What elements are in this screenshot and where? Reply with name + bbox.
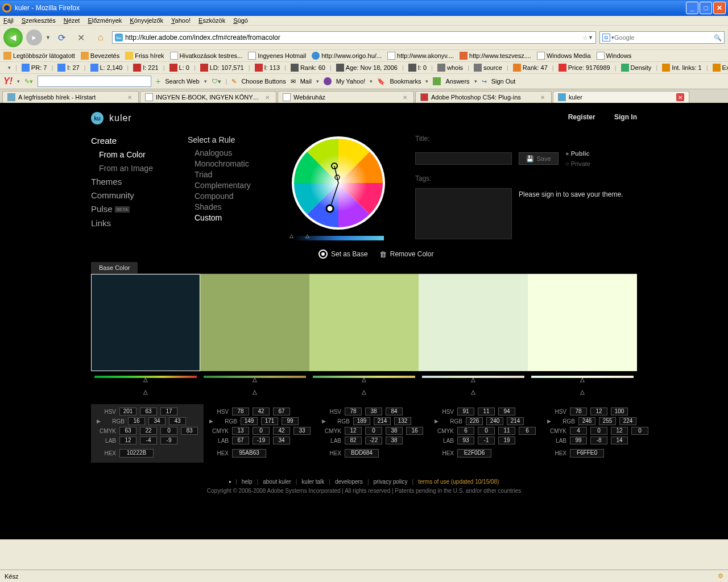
value-box[interactable]: 34: [273, 436, 290, 444]
footer-link[interactable]: about kuler: [263, 479, 291, 485]
search-input[interactable]: [614, 34, 714, 41]
color-swatch[interactable]: [309, 274, 419, 371]
reload-button[interactable]: ⟳: [54, 30, 70, 45]
seo-item[interactable]: I: 0: [408, 64, 427, 72]
maximize-button[interactable]: □: [700, 2, 712, 14]
color-wheel[interactable]: [290, 135, 387, 231]
value-box[interactable]: -9: [160, 436, 177, 444]
color-swatch[interactable]: [200, 274, 309, 371]
value-box[interactable]: 94: [498, 408, 515, 415]
rule-item[interactable]: Shades: [188, 202, 273, 213]
rule-item[interactable]: Complementary: [188, 180, 273, 191]
value-box[interactable]: 38: [386, 427, 403, 435]
value-box[interactable]: 22: [140, 427, 157, 435]
slider-marker[interactable]: △: [305, 233, 309, 239]
rule-item[interactable]: Monochromatic: [188, 159, 273, 169]
seo-item[interactable]: I: 113: [255, 64, 280, 72]
set-as-base-button[interactable]: Set as Base: [318, 250, 368, 259]
value-box[interactable]: 0: [631, 427, 648, 435]
footer-link[interactable]: help: [242, 479, 253, 485]
value-box[interactable]: 0: [590, 427, 607, 435]
mail-icon[interactable]: ✉: [291, 78, 296, 85]
tab-close-icon[interactable]: ✕: [263, 93, 271, 101]
saturation-slider[interactable]: △: [419, 387, 528, 396]
yahoo-my[interactable]: My Yahoo!: [336, 78, 366, 85]
value-box[interactable]: 12: [590, 408, 607, 415]
private-radio[interactable]: ○ Private: [565, 159, 590, 169]
bookmark-item[interactable]: Windows: [597, 52, 632, 60]
value-box[interactable]: 63: [140, 408, 157, 415]
rule-item[interactable]: Triad: [188, 169, 273, 180]
value-box[interactable]: 201: [119, 408, 136, 415]
tab-close-icon[interactable]: ✕: [126, 93, 134, 101]
kuler-logo[interactable]: ku: [91, 112, 104, 124]
hex-box[interactable]: F6FFE0: [570, 449, 604, 458]
bookmark-item[interactable]: http://www.origo.hu/...: [312, 52, 382, 60]
seo-item[interactable]: L: 0: [169, 64, 189, 72]
title-input[interactable]: [415, 152, 512, 165]
value-box[interactable]: 42: [253, 408, 270, 415]
value-box[interactable]: 67: [273, 408, 290, 415]
seo-item[interactable]: Density: [621, 64, 652, 72]
value-box[interactable]: 78: [570, 408, 587, 415]
value-box[interactable]: 240: [486, 417, 503, 425]
nav-item[interactable]: Create: [91, 135, 188, 147]
browser-tab[interactable]: Adobe Photoshop CS4: Plug-ins✕: [415, 91, 552, 103]
close-button[interactable]: ✕: [713, 2, 726, 14]
color-swatch[interactable]: [91, 274, 200, 371]
value-box[interactable]: 14: [611, 436, 628, 444]
signout-icon[interactable]: ↪: [482, 78, 487, 85]
saturation-slider[interactable]: △: [528, 387, 637, 396]
value-box[interactable]: 91: [457, 408, 474, 415]
forward-button[interactable]: ►: [26, 30, 42, 45]
hex-box[interactable]: BDD684: [345, 449, 379, 458]
color-swatch[interactable]: [419, 274, 528, 371]
seo-item[interactable]: I: 221: [133, 64, 159, 72]
value-box[interactable]: 171: [261, 417, 278, 425]
yahoo-search-input[interactable]: [38, 76, 151, 87]
bookmark-star-icon[interactable]: ☆: [582, 34, 588, 41]
value-box[interactable]: -22: [365, 436, 382, 444]
yahoo-answers[interactable]: Answers: [445, 78, 469, 85]
bookmark-item[interactable]: Hivatkozások testres...: [170, 52, 243, 60]
save-button[interactable]: 💾 Save: [519, 152, 559, 165]
bookmark-item[interactable]: Legtöbbször látogatott: [3, 52, 75, 60]
back-button[interactable]: ◄: [3, 28, 23, 47]
value-box[interactable]: -1: [478, 436, 495, 444]
yahoo-mail[interactable]: Mail: [300, 78, 312, 85]
hex-box[interactable]: E2F0D6: [457, 449, 491, 458]
value-box[interactable]: 63: [119, 427, 136, 435]
url-dropdown-icon[interactable]: ▼: [588, 35, 593, 40]
menu-item[interactable]: Előzmények: [88, 17, 122, 24]
browser-tab[interactable]: Webáruház✕: [278, 91, 414, 103]
hue-slider[interactable]: △: [528, 375, 637, 384]
nav-item[interactable]: Themes: [91, 176, 188, 188]
play-icon[interactable]: ▶: [435, 418, 439, 424]
value-box[interactable]: 224: [619, 417, 636, 425]
value-box[interactable]: 78: [345, 408, 362, 415]
play-icon[interactable]: ▶: [547, 418, 551, 424]
yahoo-logo[interactable]: Y!: [3, 76, 13, 86]
value-box[interactable]: 43: [169, 417, 186, 425]
value-box[interactable]: 99: [282, 417, 299, 425]
seo-item[interactable]: Price: 9176989: [559, 64, 610, 72]
bookmark-item[interactable]: http://www.teszvesz....: [460, 52, 531, 60]
value-box[interactable]: 0: [253, 427, 270, 435]
bookmark-item[interactable]: Friss hírek: [125, 52, 164, 60]
value-box[interactable]: 6: [457, 427, 474, 435]
saturation-slider[interactable]: △: [309, 387, 419, 396]
play-icon[interactable]: ▶: [209, 418, 213, 424]
nav-item[interactable]: Links: [91, 217, 188, 230]
value-box[interactable]: -19: [253, 436, 270, 444]
seo-item[interactable]: Rank: 47: [513, 64, 548, 72]
bookmark-item[interactable]: Bevezetés: [81, 52, 119, 60]
value-box[interactable]: 99: [570, 436, 587, 444]
seo-item[interactable]: LD: 107,571: [200, 64, 244, 72]
seo-item[interactable]: L: 2,140: [90, 64, 123, 72]
value-box[interactable]: 34: [148, 417, 166, 425]
rule-item[interactable]: Analogous: [188, 148, 273, 159]
seo-item[interactable]: Rank: 60: [291, 64, 325, 72]
play-icon[interactable]: ▶: [97, 418, 101, 424]
seo-item[interactable]: I: 27: [57, 64, 79, 72]
hex-box[interactable]: 95AB63: [232, 449, 266, 458]
